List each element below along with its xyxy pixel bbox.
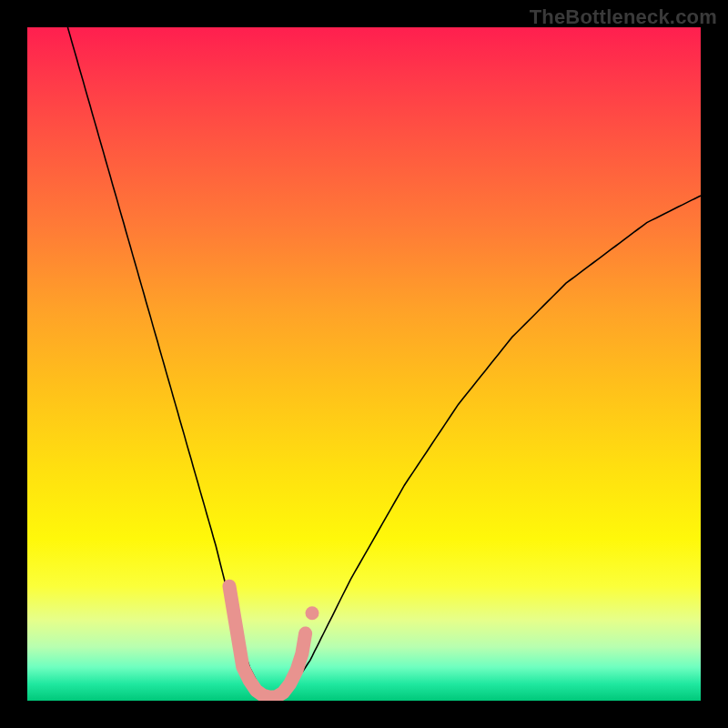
watermark-text: TheBottleneck.com xyxy=(530,5,717,29)
chart-svg xyxy=(27,27,701,701)
highlight-marker xyxy=(229,586,319,697)
bottleneck-curve xyxy=(67,27,701,701)
highlight-u-stroke xyxy=(229,586,306,697)
chart-frame: TheBottleneck.com xyxy=(0,0,728,728)
highlight-dot xyxy=(306,606,319,620)
plot-area xyxy=(27,27,701,701)
